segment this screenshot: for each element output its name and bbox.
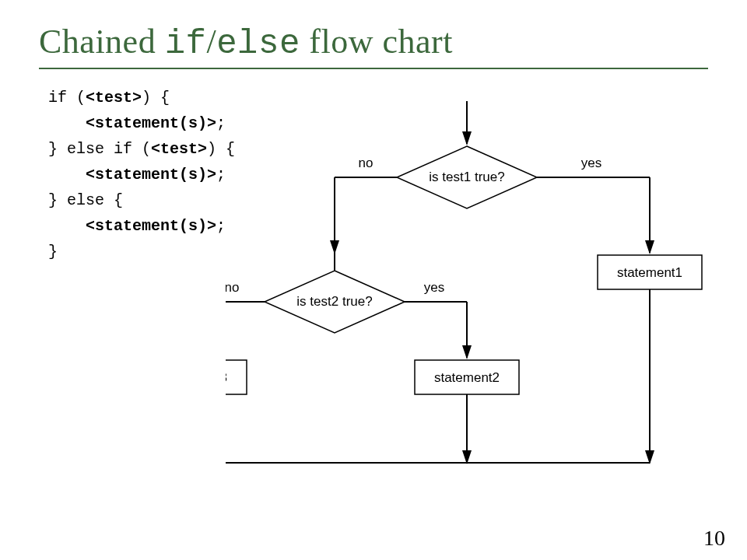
title-underline	[39, 68, 708, 69]
label-yes-1: yes	[581, 156, 601, 170]
code-l4b: <statement(s)>	[86, 166, 216, 184]
page-number: 10	[703, 526, 725, 551]
code-l1b: <test>	[86, 89, 142, 107]
code-l2c: ;	[216, 114, 226, 132]
code-l5a: } else {	[48, 191, 123, 209]
slide: Chained if/else flow chart if (<test>) {…	[0, 0, 747, 560]
code-l6a	[48, 217, 86, 235]
title-text-post: flow chart	[300, 23, 453, 61]
decision-test1-label: is test1 true?	[429, 170, 504, 184]
code-l2b: <statement(s)>	[86, 114, 216, 132]
box-statement3	[226, 360, 247, 394]
code-l4a	[48, 166, 86, 184]
flowchart-svg: is test1 true? yes statement1 no is test…	[226, 101, 724, 521]
slide-title: Chained if/else flow chart	[39, 22, 724, 63]
code-l1a: if (	[48, 89, 86, 107]
label-no-1: no	[359, 156, 374, 170]
box-statement1-label: statement1	[617, 265, 682, 280]
code-l1c: ) {	[142, 89, 170, 107]
flowchart: is test1 true? yes statement1 no is test…	[226, 101, 724, 521]
code-l7a: }	[48, 243, 58, 261]
decision-test2-label: is test2 true?	[296, 294, 372, 309]
code-l3a: } else if (	[48, 140, 151, 158]
code-l6b: <statement(s)>	[86, 217, 216, 235]
code-l2a	[48, 114, 86, 132]
box-statement2-label: statement2	[434, 370, 500, 385]
label-yes-2: yes	[424, 280, 444, 295]
box-statement3-label: statement3	[226, 370, 227, 385]
title-mono-else: else	[216, 24, 300, 63]
title-sep: /	[206, 23, 216, 61]
label-no-2: no	[226, 280, 239, 295]
code-l4c: ;	[216, 166, 226, 184]
title-mono-if: if	[165, 24, 207, 63]
code-l6c: ;	[216, 217, 226, 235]
code-l3b: <test>	[151, 140, 207, 158]
title-text-pre: Chained	[39, 23, 165, 61]
